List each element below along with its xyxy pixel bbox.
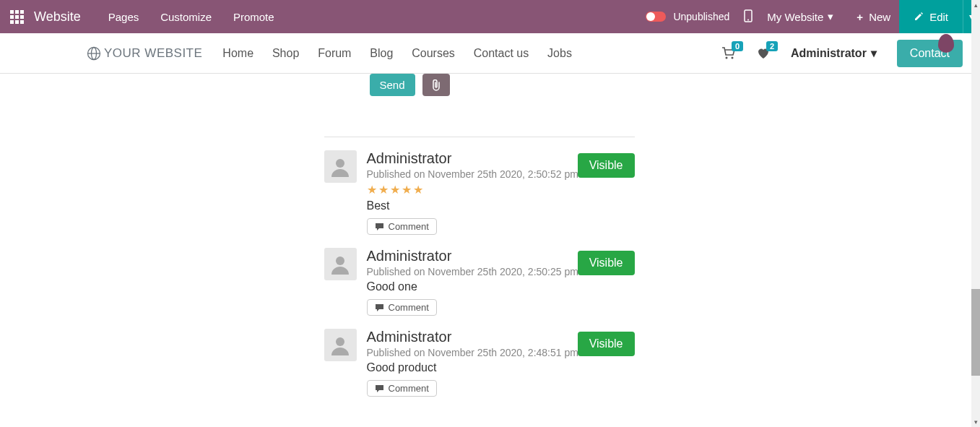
website-dropdown[interactable]: My Website ▾ [767, 10, 833, 23]
logo-text: YOUR WEBSITE [104, 46, 202, 61]
svg-point-7 [336, 159, 344, 168]
svg-point-5 [725, 56, 727, 59]
pencil-icon [914, 12, 924, 22]
menu-customize[interactable]: Customize [160, 11, 212, 23]
scroll-down-icon[interactable]: ▾ [971, 417, 980, 427]
svg-point-8 [336, 256, 344, 265]
divider [324, 137, 635, 137]
brand-title: Website [34, 9, 81, 25]
avatar [324, 150, 357, 183]
site-logo[interactable]: YOUR WEBSITE [87, 46, 202, 61]
reply-button-label: Comment [389, 383, 429, 394]
scroll-thumb[interactable] [971, 289, 980, 376]
nav-links: Home Shop Forum Blog Courses Contact us … [222, 47, 588, 60]
contact-button[interactable]: Contact [897, 40, 963, 67]
comment-text: Good product [367, 361, 635, 374]
nav-courses[interactable]: Courses [412, 47, 455, 59]
rating-stars: ★★★★★ [367, 183, 635, 197]
nav-blog[interactable]: Blog [370, 47, 393, 59]
website-dropdown-label: My Website [767, 11, 823, 23]
caret-down-icon: ▾ [871, 46, 877, 60]
cart-count-badge: 0 [732, 41, 743, 51]
nav-home[interactable]: Home [222, 47, 253, 59]
reply-button[interactable]: Comment [367, 218, 437, 235]
nav-forum[interactable]: Forum [318, 47, 351, 59]
send-button[interactable]: Send [370, 74, 415, 96]
page-content: Send Administrator Published on November… [106, 74, 853, 410]
cart-button[interactable]: 0 [721, 47, 736, 60]
reply-button[interactable]: Comment [367, 380, 437, 397]
speech-bubble-icon [375, 223, 384, 231]
compose-actions: Send [370, 74, 853, 96]
reply-button-label: Comment [389, 221, 429, 232]
comment-item: Administrator Published on November 25th… [324, 150, 635, 248]
globe-icon [87, 46, 101, 61]
scrollbar[interactable]: ▴ ▾ [971, 0, 980, 427]
publish-toggle[interactable]: Unpublished [646, 11, 729, 22]
speech-bubble-icon [375, 303, 384, 312]
apps-icon[interactable] [10, 10, 24, 24]
speech-bubble-icon [375, 384, 384, 393]
topbar-menu: Pages Customize Promote [108, 11, 293, 23]
comment-text: Best [367, 199, 635, 212]
plus-icon: + [857, 11, 863, 23]
mobile-preview-icon[interactable] [744, 9, 753, 25]
svg-point-6 [731, 56, 733, 59]
user-dropdown[interactable]: Administrator ▾ [791, 46, 877, 60]
user-name: Administrator [791, 47, 867, 60]
attach-button[interactable] [422, 74, 450, 96]
svg-point-1 [747, 19, 749, 20]
caret-down-icon: ▾ [828, 10, 833, 23]
avatar [324, 248, 357, 280]
avatar [324, 329, 357, 361]
publish-status-label: Unpublished [673, 11, 729, 22]
reply-button[interactable]: Comment [367, 299, 437, 316]
svg-point-9 [336, 337, 344, 346]
top-toolbar: Website Pages Customize Promote Unpublis… [0, 0, 980, 33]
menu-promote[interactable]: Promote [233, 11, 274, 23]
comment-item: Administrator Published on November 25th… [324, 329, 635, 410]
visibility-button[interactable]: Visible [578, 332, 635, 356]
edit-button[interactable]: Edit [899, 0, 963, 33]
wishlist-count-badge: 2 [766, 41, 778, 51]
menu-pages[interactable]: Pages [108, 11, 139, 23]
comment-item: Administrator Published on November 25th… [324, 248, 635, 329]
comment-text: Good one [367, 280, 635, 293]
visibility-button[interactable]: Visible [578, 251, 635, 275]
scroll-up-icon[interactable]: ▴ [971, 0, 980, 10]
paperclip-icon [431, 79, 441, 91]
new-button[interactable]: + New [848, 11, 899, 23]
nav-jobs[interactable]: Jobs [547, 47, 572, 59]
toggle-icon [646, 12, 666, 22]
nav-contact-us[interactable]: Contact us [474, 47, 529, 59]
site-navbar: YOUR WEBSITE Home Shop Forum Blog Course… [0, 33, 980, 74]
new-button-label: New [869, 11, 890, 23]
editor-drop-icon [938, 34, 954, 53]
nav-shop[interactable]: Shop [272, 47, 299, 59]
edit-button-label: Edit [929, 11, 948, 23]
visibility-button[interactable]: Visible [578, 153, 635, 178]
wishlist-button[interactable]: 2 [756, 47, 771, 60]
reply-button-label: Comment [389, 302, 429, 313]
